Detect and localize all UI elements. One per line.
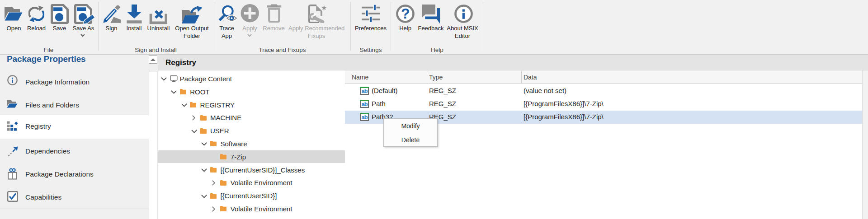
svg-text:?: ? [401, 5, 410, 22]
